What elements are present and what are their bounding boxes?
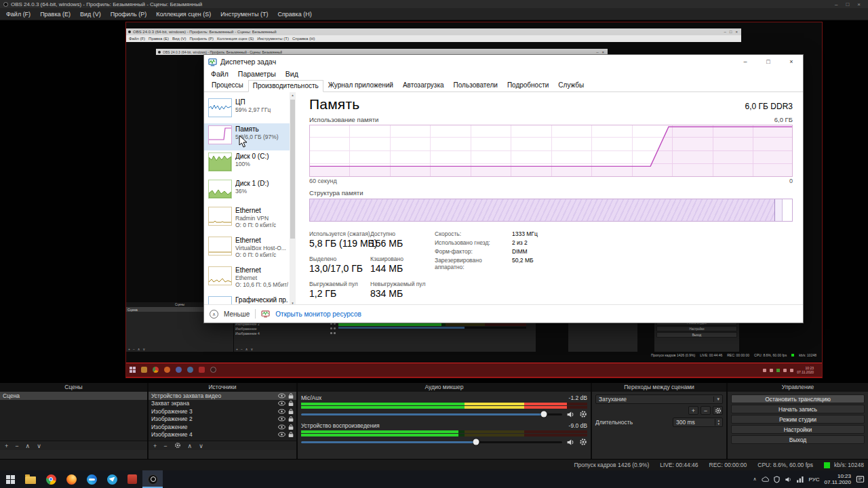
menu-edit[interactable]: Правка (E) [35,11,75,18]
taskbar-firefox[interactable] [61,470,81,488]
language-indicator[interactable]: РУС [809,476,820,483]
scene-item[interactable]: Сцена [0,392,147,400]
taskbar-explorer[interactable] [20,470,41,488]
controls-header[interactable]: Управление [728,383,868,392]
slider-knob[interactable] [473,439,479,445]
menu-view[interactable]: Вид (V) [75,11,106,18]
open-resource-monitor-link[interactable]: Открыть монитор ресурсов [275,310,361,318]
duration-spinbox[interactable]: 300 ms ▴ ▾ [673,418,723,427]
menu-scene-collection[interactable]: Коллекция сцен (S) [151,11,216,18]
sources-header[interactable]: Источники [149,383,296,392]
tray-cloud-icon[interactable] [762,476,769,483]
studio-mode-button[interactable]: Режим студии [731,415,865,424]
less-details-button[interactable]: Меньше [224,310,250,318]
visibility-eye-icon[interactable] [278,393,285,399]
tab-app-history[interactable]: Журнал приложений [323,79,398,92]
tab-users[interactable]: Пользователи [449,79,502,92]
sidebar-item-disk1[interactable]: Диск 1 (D:) 36% [204,178,290,205]
menu-file[interactable]: Файл (F) [1,11,35,18]
tray-network-icon[interactable] [797,476,804,483]
transition-properties-gear-icon[interactable] [713,406,723,415]
channel-settings-gear-icon[interactable] [579,438,587,446]
lock-icon[interactable] [288,408,294,415]
tm-menu-options[interactable]: Параметры [233,70,281,78]
taskbar-telegram[interactable] [102,470,122,488]
channel-settings-gear-icon[interactable] [579,410,587,418]
settings-button[interactable]: Настройки [731,425,865,434]
remove-transition-button[interactable]: − [701,406,711,415]
sidebar-item-cpu[interactable]: ЦП 59% 2,97 ГГц [204,96,290,123]
tab-startup[interactable]: Автозагрузка [398,79,449,92]
source-down-button[interactable]: ∨ [199,443,203,449]
sidebar-item-ethernet-3[interactable]: Ethernet Ethernet О: 10,6 П: 0,5 Мбит/с [204,264,290,294]
mixer-header[interactable]: Аудио микшер [298,383,591,392]
transitions-header[interactable]: Переходы между сценами [592,383,726,392]
taskbar-chrome[interactable] [41,470,61,488]
stop-streaming-button[interactable]: Остановить трансляцию [731,394,865,403]
scenes-header[interactable]: Сцены [0,383,147,392]
tm-menu-file[interactable]: Файл [206,70,233,78]
taskbar-obs[interactable] [142,470,163,488]
sidebar-item-ethernet-2[interactable]: Ethernet VirtualBox Host-O... О: 0 П: 0 … [204,235,290,264]
maximize-icon[interactable]: □ [846,1,849,7]
sidebar-item-disk0[interactable]: Диск 0 (C:) 100% [204,150,290,178]
source-item[interactable]: Устройство захвата видео [149,392,296,400]
lock-icon[interactable] [288,392,294,399]
source-item[interactable]: Изображение 2 [149,415,296,424]
tm-close-icon[interactable]: × [780,55,803,68]
tab-services[interactable]: Службы [553,79,589,92]
lock-icon[interactable] [288,431,294,438]
visibility-eye-icon[interactable] [278,432,285,437]
speaker-icon[interactable] [566,438,575,447]
tab-performance[interactable]: Производительность [248,80,323,92]
volume-slider[interactable] [301,441,562,443]
source-item[interactable]: Захват экрана [149,400,296,408]
lock-icon[interactable] [288,400,294,407]
visibility-eye-icon[interactable] [278,401,285,406]
scene-up-button[interactable]: ∧ [26,443,31,449]
taskbar-edge[interactable] [81,470,102,488]
source-item[interactable]: Изображение [149,423,296,431]
speaker-icon[interactable] [566,410,575,419]
visibility-eye-icon[interactable] [278,424,285,430]
source-item[interactable]: Изображение 3 [149,407,296,415]
tray-expand-icon[interactable]: ∧ [753,476,756,482]
spin-down-icon[interactable]: ▾ [717,422,719,426]
add-scene-button[interactable]: + [5,443,8,449]
add-transition-button[interactable]: + [688,406,698,415]
start-button[interactable] [0,470,20,488]
tray-shield-icon[interactable] [774,476,780,483]
collapse-icon[interactable]: ∧ [210,310,218,319]
source-up-button[interactable]: ∧ [188,443,193,449]
tab-details[interactable]: Подробности [502,79,553,92]
tab-processes[interactable]: Процессы [207,79,248,92]
lock-icon[interactable] [288,415,294,422]
source-item[interactable]: Изображение 4 [149,431,296,439]
scroll-up-icon[interactable]: ▴ [290,92,296,98]
volume-slider[interactable] [301,413,562,415]
menu-profile[interactable]: Профиль (P) [106,11,151,18]
remove-source-button[interactable]: − [163,443,167,449]
tray-speaker-icon[interactable] [785,476,792,483]
menu-help[interactable]: Справка (H) [273,11,316,18]
menu-tools[interactable]: Инструменты (T) [216,11,273,18]
tm-menu-view[interactable]: Вид [281,70,303,78]
tm-minimize-icon[interactable]: – [734,55,757,68]
start-recording-button[interactable]: Начать запись [731,405,865,413]
taskbar-clock[interactable]: 10:23 07.11.2020 [825,473,851,485]
spin-arrows[interactable]: ▴ ▾ [715,419,719,426]
taskbar-red-app[interactable] [122,470,142,488]
exit-button[interactable]: Выход [731,435,865,444]
source-properties-gear-icon[interactable] [174,442,181,450]
slider-knob[interactable] [541,411,547,418]
close-icon[interactable]: × [857,1,861,7]
tm-maximize-icon[interactable]: □ [757,55,780,68]
sidebar-scrollbar[interactable]: ▴ ▾ [290,92,296,306]
visibility-eye-icon[interactable] [278,416,285,422]
minimize-icon[interactable]: – [835,1,837,7]
notification-center-icon[interactable] [856,475,865,484]
lock-icon[interactable] [288,424,294,430]
sidebar-item-ethernet-1[interactable]: Ethernet Radmin VPN О: 0 П: 0 кбит/с [204,205,290,235]
remove-scene-button[interactable]: − [15,443,18,449]
scrollbar-thumb[interactable] [290,100,295,239]
